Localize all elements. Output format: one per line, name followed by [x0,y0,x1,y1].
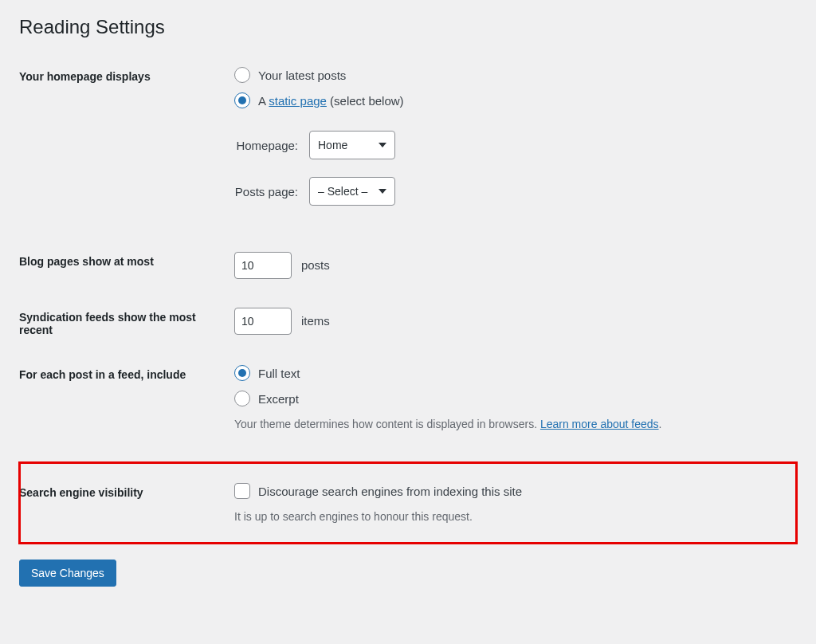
save-button[interactable]: Save Changes [19,560,116,587]
latest-posts-label: Your latest posts [258,69,346,82]
full-text-label: Full text [258,367,300,380]
page-title: Reading Settings [19,8,797,54]
blog-pages-unit: posts [301,258,330,272]
excerpt-label: Excerpt [258,392,299,406]
homepage-select-label: Homepage: [234,139,309,152]
discourage-label: Discourage search engines from indexing … [258,485,522,498]
syndication-unit: items [301,314,330,328]
homepage-displays-label: Your homepage displays [19,54,234,239]
learn-more-feeds-link[interactable]: Learn more about feeds [540,418,659,430]
feed-include-label: For each post in a feed, include [19,352,234,446]
homepage-select[interactable]: Home [309,131,395,159]
posts-page-select-label: Posts page: [234,185,309,198]
latest-posts-radio[interactable] [234,67,250,83]
syndication-label: Syndication feeds show the most recent [19,295,234,352]
static-page-radio[interactable] [234,92,250,108]
discourage-checkbox[interactable] [234,483,250,499]
syndication-input[interactable] [234,308,292,335]
full-text-radio[interactable] [234,365,250,381]
blog-pages-input[interactable] [234,252,292,279]
search-visibility-description: It is up to search engines to honour thi… [234,510,789,523]
static-page-label: A static page (select below) [258,94,404,108]
excerpt-radio[interactable] [234,391,250,406]
search-visibility-highlight: Search engine visibility Discourage sear… [19,462,797,544]
posts-page-select[interactable]: – Select – [309,177,395,206]
search-visibility-label: Search engine visibility [19,462,234,544]
static-page-link[interactable]: static page [269,94,327,108]
feed-description: Your theme determines how content is dis… [234,418,789,430]
blog-pages-label: Blog pages show at most [19,239,234,295]
